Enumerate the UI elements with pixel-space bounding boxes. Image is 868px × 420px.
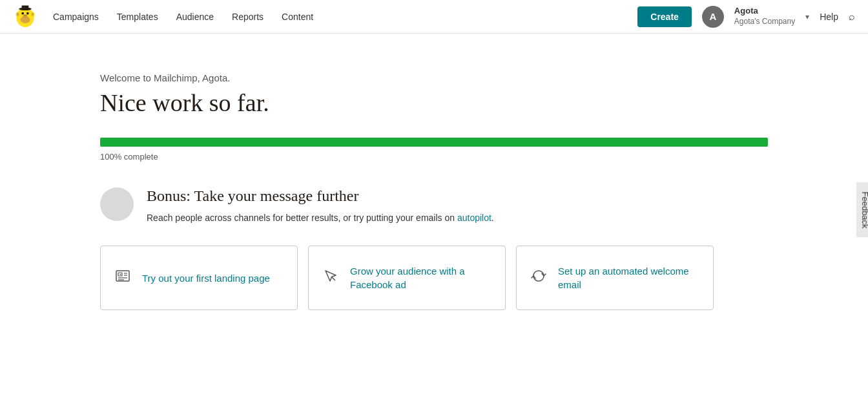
cards-row: Try out your first landing page Grow you… [100, 246, 714, 310]
nav-links: Campaigns Templates Audience Reports Con… [53, 12, 637, 22]
bonus-desc-part1: Reach people across channels for better … [147, 213, 457, 223]
progress-label: 100% complete [100, 152, 768, 162]
nav-right: Create A Agota Agota's Company ▾ Help ⌕ [637, 6, 855, 28]
svg-point-5 [26, 12, 29, 14]
svg-point-9 [17, 12, 19, 16]
landing-page-icon [114, 268, 132, 288]
card-landing-page-label: Try out your first landing page [142, 271, 270, 285]
bonus-text-block: Bonus: Take your message further Reach p… [147, 187, 768, 225]
card-facebook-ad-label: Grow your audience with a Facebook ad [350, 264, 492, 291]
nav-reports[interactable]: Reports [232, 12, 264, 22]
help-link[interactable]: Help [820, 12, 838, 22]
svg-rect-12 [22, 5, 29, 9]
card-landing-page[interactable]: Try out your first landing page [100, 246, 298, 310]
user-info[interactable]: Agota Agota's Company [734, 6, 795, 26]
page-title: Nice work so far. [100, 89, 768, 117]
autopilot-link[interactable]: autopilot [457, 213, 491, 223]
main-content: Welcome to Mailchimp, Agota. Nice work s… [0, 34, 868, 336]
bonus-icon [100, 187, 134, 221]
chevron-down-icon[interactable]: ▾ [805, 12, 809, 21]
user-company: Agota's Company [734, 17, 795, 27]
navbar: Campaigns Templates Audience Reports Con… [0, 0, 868, 34]
avatar[interactable]: A [702, 6, 724, 28]
card-automated-email[interactable]: Set up an automated welcome email [516, 246, 714, 310]
facebook-ad-icon [322, 268, 340, 288]
progress-bar-fill [100, 138, 768, 147]
svg-point-10 [32, 12, 34, 16]
svg-line-22 [332, 277, 336, 281]
bonus-desc-part2: . [491, 213, 494, 223]
mailchimp-logo[interactable] [13, 5, 37, 29]
nav-campaigns[interactable]: Campaigns [53, 12, 99, 22]
nav-audience[interactable]: Audience [176, 12, 214, 22]
svg-point-14 [24, 15, 25, 16]
nav-templates[interactable]: Templates [117, 12, 158, 22]
create-button[interactable]: Create [637, 6, 692, 27]
automated-email-icon [530, 268, 548, 288]
bonus-description: Reach people across channels for better … [147, 211, 534, 225]
svg-point-4 [21, 12, 24, 14]
welcome-text: Welcome to Mailchimp, Agota. [100, 72, 768, 83]
svg-point-15 [26, 15, 26, 16]
bonus-section: Bonus: Take your message further Reach p… [100, 187, 768, 225]
progress-bar-container [100, 138, 768, 147]
card-facebook-ad[interactable]: Grow your audience with a Facebook ad [308, 246, 506, 310]
feedback-tab[interactable]: Feedback [856, 182, 868, 237]
user-name: Agota [734, 6, 795, 17]
bonus-title: Bonus: Take your message further [147, 187, 768, 205]
card-automated-email-label: Set up an automated welcome email [558, 264, 700, 291]
nav-content[interactable]: Content [282, 12, 313, 22]
search-icon[interactable]: ⌕ [849, 11, 855, 23]
